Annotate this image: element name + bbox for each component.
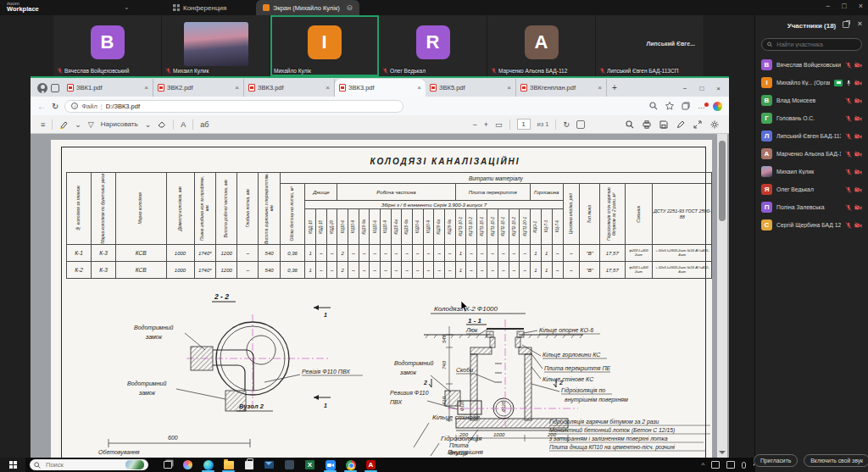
participant-row[interactable]: Л Липський Євген БАД-113СП (755, 127, 868, 145)
favorites-star-icon[interactable] (665, 102, 674, 110)
maximize-button[interactable]: □ (842, 2, 846, 10)
mail-icon[interactable] (264, 459, 275, 470)
new-tab-button[interactable]: + (612, 83, 617, 92)
video-tile[interactable]: A Марченко Альона БАД-112 (487, 15, 596, 76)
collapse-icon[interactable]: ⊖ (346, 3, 353, 12)
excel-icon[interactable]: X (304, 459, 315, 470)
tab-search-icon[interactable] (51, 84, 59, 92)
participant-row[interactable]: І Михайло Ку... (Организатор (755, 74, 868, 92)
panel-close-icon[interactable]: × (858, 19, 862, 28)
fullscreen-icon[interactable] (693, 120, 702, 129)
invite-button[interactable]: Пригласить (754, 454, 798, 467)
scrollbar-thumb[interactable] (719, 141, 726, 221)
collections-icon[interactable] (682, 102, 690, 110)
chevron-down-icon[interactable]: ⌄ (124, 3, 130, 11)
draw-icon[interactable]: ▽ (88, 120, 94, 129)
url-field[interactable]: i Файл | D:/ЗВК3.pdf (64, 100, 403, 113)
video-tile[interactable]: Липський Євге... Липський Євген БАД-113С… (596, 15, 704, 76)
display-tray-icon[interactable] (711, 461, 720, 469)
participant-row[interactable]: Михаил Кулик (755, 163, 868, 180)
taskbar-search[interactable] (30, 459, 148, 470)
info-icon[interactable]: i (71, 103, 78, 109)
page-number-input[interactable] (517, 119, 531, 130)
hidden-icons-chevron[interactable]: ^ (702, 461, 705, 469)
edit-icon[interactable] (676, 120, 685, 129)
gear-icon[interactable] (710, 120, 719, 129)
video-tile[interactable]: Михаил Кулик (162, 15, 270, 76)
zoom-app-icon[interactable] (325, 459, 336, 470)
profile-icon[interactable] (37, 83, 47, 93)
store-icon[interactable] (243, 459, 254, 470)
tab-close-icon[interactable]: × (507, 84, 511, 92)
page-view-icon[interactable] (576, 120, 585, 129)
tab-close-icon[interactable]: × (417, 84, 421, 92)
chevron-down-icon[interactable]: ⌄ (145, 120, 152, 129)
search-document-icon[interactable] (626, 120, 634, 129)
eraser-icon[interactable] (158, 120, 166, 128)
fit-width-icon[interactable]: ▭ (495, 120, 503, 129)
rotate-icon[interactable]: ↻ (563, 120, 570, 129)
browser-tab[interactable]: ЗВК1.pdf × (63, 79, 153, 97)
acrobat-icon[interactable]: A (365, 459, 376, 470)
tab-close-icon[interactable]: × (326, 84, 330, 92)
add-text-icon[interactable]: A (181, 120, 186, 129)
edge-icon[interactable] (203, 459, 214, 470)
refresh-icon[interactable]: ↻ (52, 102, 58, 111)
browser-minimize-button[interactable]: − (683, 85, 687, 92)
browser-tab[interactable]: ЗВКгенплан.pdf × (516, 79, 607, 97)
browser-maximize-button[interactable]: □ (699, 85, 704, 92)
draw-label[interactable]: Нарисовать (101, 120, 138, 128)
minimize-button[interactable]: − (826, 2, 830, 10)
participant-row[interactable]: П Поліна Залевська (755, 198, 868, 216)
chrome-icon[interactable] (345, 459, 356, 470)
file-explorer-icon[interactable] (223, 459, 234, 470)
save-icon[interactable] (659, 120, 668, 129)
copilot-icon[interactable] (713, 102, 722, 111)
participant-row[interactable]: А Марченко Альона БАД-112 (755, 145, 868, 163)
tab-close-icon[interactable]: × (598, 84, 602, 92)
read-aloud-icon[interactable]: аб (200, 120, 209, 129)
participant-search[interactable] (761, 38, 862, 51)
copilot-icon[interactable] (182, 459, 193, 470)
participant-row[interactable]: С Сергій Щербина БАД 122 (755, 216, 868, 234)
task-view-icon[interactable] (162, 459, 173, 470)
highlighter-icon[interactable] (59, 120, 68, 129)
pdf-scrollbar[interactable] (717, 134, 727, 459)
browser-close-button[interactable]: × (716, 85, 721, 92)
popout-icon[interactable] (843, 21, 849, 28)
video-tile[interactable]: R Олег Ведькал (379, 15, 487, 76)
scrollbar-down-arrow[interactable] (719, 451, 726, 458)
tab-close-icon[interactable]: × (144, 84, 148, 92)
mic-tray-icon[interactable] (742, 462, 746, 469)
unmute-button[interactable]: Включить свой звук (804, 454, 868, 467)
participant-row[interactable]: Г Головань О.С. (755, 109, 868, 127)
taskbar-search-input[interactable] (44, 460, 119, 469)
video-tile[interactable]: I Михайло Кулік (270, 15, 379, 76)
print-icon[interactable] (643, 120, 651, 129)
tab-shared-screen[interactable]: Экран (Михайло Кулік) ⊖ (256, 0, 359, 15)
participant-row[interactable]: В Влад Моисеев (755, 92, 868, 109)
close-button[interactable]: × (859, 2, 863, 10)
video-tile[interactable]: B Вячеслав Войцеховський (53, 15, 162, 76)
participant-row[interactable]: Я Олег Ведькал (755, 180, 868, 198)
onedrive-tray-icon[interactable] (726, 461, 735, 469)
more-menu-icon[interactable]: … (698, 104, 705, 108)
app-icon[interactable] (284, 459, 295, 470)
browser-tab[interactable]: ЗВК3.pdf × (244, 79, 335, 97)
pdf-content-area[interactable]: КОЛОДЯЗІ КАНАЛІЗАЦІЙНІ № колодязя за пла… (31, 134, 729, 459)
zoom-out-icon[interactable]: − (473, 120, 477, 129)
browser-tab[interactable]: ЗВК3.pdf × (335, 79, 426, 97)
zoom-in-icon[interactable]: + (484, 120, 488, 129)
start-button[interactable] (0, 458, 25, 472)
search-icon[interactable] (649, 102, 658, 110)
tab-conference[interactable]: Конференция (166, 0, 233, 15)
back-icon[interactable]: ← (37, 102, 46, 111)
participant-row[interactable]: В Вячеслав Войцеховський (Я) (755, 56, 868, 74)
tab-close-icon[interactable]: × (235, 84, 239, 92)
toc-icon[interactable]: ≡ (41, 120, 45, 129)
chevron-down-icon[interactable]: ⌄ (75, 120, 81, 129)
browser-tab[interactable]: ЗВК5.pdf × (426, 79, 516, 97)
participant-search-input[interactable] (775, 41, 856, 48)
browser-tab[interactable]: ЗВК2.pdf × (153, 79, 244, 97)
weather-widget-icon[interactable] (125, 460, 144, 469)
